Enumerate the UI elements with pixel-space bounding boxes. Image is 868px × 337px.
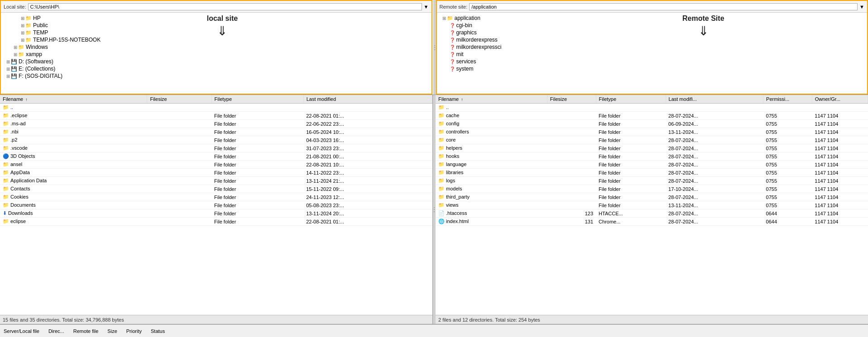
table-row[interactable]: 📁DocumentsFile folder05-08-2023 23:... — [0, 201, 432, 209]
local-site-input[interactable] — [28, 3, 422, 10]
table-row[interactable]: 📁helpersFile folder28-07-2024...07551147… — [436, 144, 868, 152]
local-file-scroll[interactable]: Filename ↑ Filesize Filetype Last modifi… — [0, 95, 432, 315]
folder-file-icon: 📁 — [3, 129, 9, 134]
tree-item[interactable]: ❓ services — [437, 58, 868, 65]
file-size-cell — [147, 209, 211, 218]
tree-item[interactable]: ⊞ 📁 HP — [1, 14, 432, 22]
file-owner-cell: 1147 1104 — [812, 128, 868, 136]
file-size-cell — [147, 177, 211, 185]
expand-icon[interactable]: ⊞ — [6, 66, 10, 71]
file-name-text: core — [446, 137, 456, 142]
table-row[interactable]: 📁cacheFile folder28-07-2024...07551147 1… — [436, 112, 868, 120]
col-header-modified[interactable]: Last modified — [303, 95, 432, 104]
file-name-text: hooks — [446, 153, 459, 159]
table-row[interactable]: 📁languageFile folder28-07-2024...0755114… — [436, 161, 868, 169]
expand-icon[interactable]: ⊞ — [21, 23, 24, 28]
table-row[interactable]: 📁Application DataFile folder13-11-2024 2… — [0, 177, 432, 185]
table-row[interactable]: 📁modelsFile folder17-10-2024...07551147 … — [436, 185, 868, 193]
file-perm-cell: 0755 — [763, 120, 812, 128]
table-row[interactable]: ⬇DownloadsFile folder13-11-2024 20:... — [0, 209, 432, 218]
tree-item[interactable]: ⊞ 💾 E: (Collections) — [1, 65, 432, 72]
tree-item-label: Public — [33, 22, 48, 28]
col-header-filetype[interactable]: Filetype — [596, 95, 666, 104]
col-header-filename[interactable]: Filename ↑ — [0, 95, 147, 104]
tree-item[interactable]: ❓ cgi-bin — [437, 22, 868, 29]
tree-item[interactable]: ❓ mit — [437, 51, 868, 58]
tree-item[interactable]: ⊞ 📁 application — [437, 14, 868, 22]
table-row[interactable]: 📁.vscodeFile folder31-07-2023 23:... — [0, 144, 432, 152]
table-row[interactable]: 📁eclipseFile folder22-08-2021 01:... — [0, 218, 432, 226]
table-row[interactable]: 📁librariesFile folder28-07-2024...075511… — [436, 169, 868, 177]
file-modified-cell — [303, 104, 432, 112]
file-modified-cell: 14-11-2022 23:... — [303, 169, 432, 177]
remote-site-dropdown[interactable]: ▼ — [859, 4, 864, 9]
table-row[interactable]: 📁CookiesFile folder24-11-2023 12:... — [0, 193, 432, 201]
table-row[interactable]: 📄.htaccess123HTACCE...28-07-2024...06441… — [436, 209, 868, 218]
tree-item[interactable]: ⊞ 📁 Public — [1, 22, 432, 29]
table-row[interactable]: 📁.p2File folder04-03-2023 16:... — [0, 136, 432, 144]
file-name-cell: 📁.nbi — [0, 128, 147, 136]
table-row[interactable]: 📁.. — [436, 104, 868, 112]
expand-icon[interactable]: ⊞ — [21, 38, 24, 43]
folder-icon: 📁 — [25, 30, 32, 36]
parent-folder-icon: 📁 — [438, 104, 445, 110]
col-header-modified[interactable]: Last modifi... — [666, 95, 763, 104]
file-name-cell: 📁Contacts — [0, 185, 147, 193]
local-site-dropdown[interactable]: ▼ — [424, 4, 429, 9]
table-row[interactable]: 📁.eclipseFile folder22-08-2021 01:... — [0, 112, 432, 120]
tree-item[interactable]: ⊞ 📁 TEMP.HP-15S-NOTEBOOK — [1, 36, 432, 43]
table-row[interactable]: 📁ContactsFile folder15-11-2022 09:... — [0, 185, 432, 193]
tree-item[interactable]: ❓ milkorderexpressci — [437, 43, 868, 51]
file-name-cell: 📁.. — [0, 104, 147, 112]
col-header-filesize[interactable]: Filesize — [147, 95, 211, 104]
tree-item[interactable]: ⊞ 📁 TEMP — [1, 29, 432, 36]
expand-icon[interactable]: ⊞ — [21, 16, 24, 21]
expand-icon[interactable]: ⊞ — [6, 74, 10, 79]
file-perm-cell: 0755 — [763, 152, 812, 161]
table-row[interactable]: 📁.nbiFile folder16-05-2024 10:... — [0, 128, 432, 136]
tree-item[interactable]: ⊞ 💾 D: (Softwares) — [1, 58, 432, 65]
table-row[interactable]: 📁configFile folder06-09-2024...07551147 … — [436, 120, 868, 128]
table-row[interactable]: 📁.. — [0, 104, 432, 112]
file-type-cell: File folder — [596, 185, 666, 193]
table-row[interactable]: 🔵3D ObjectsFile folder21-08-2021 00:... — [0, 152, 432, 161]
file-name-text: ansel — [10, 161, 22, 167]
table-row[interactable]: 📁hooksFile folder28-07-2024...07551147 1… — [436, 152, 868, 161]
file-size-cell — [147, 201, 211, 209]
col-header-perm[interactable]: Permissi... — [763, 95, 812, 104]
table-row[interactable]: 📁AppDataFile folder14-11-2022 23:... — [0, 169, 432, 177]
file-type-cell: File folder — [211, 185, 303, 193]
expand-icon[interactable]: ⊞ — [442, 16, 446, 21]
col-header-filetype[interactable]: Filetype — [211, 95, 303, 104]
expand-icon[interactable]: ⊞ — [21, 30, 24, 35]
folder-file-icon: 📁 — [3, 170, 9, 175]
table-row[interactable]: 📁anselFile folder22-08-2021 10:... — [0, 161, 432, 169]
expand-icon[interactable]: ⊞ — [14, 45, 17, 50]
remote-file-scroll[interactable]: Filename ↑ Filesize Filetype Last modifi… — [436, 95, 868, 315]
col-header-filename[interactable]: Filename ↑ — [436, 95, 547, 104]
file-modified-cell: 13-11-2024... — [666, 201, 763, 209]
tree-item[interactable]: ❓ graphics — [437, 29, 868, 36]
table-row[interactable]: 📁controllersFile folder13-11-2024...0755… — [436, 128, 868, 136]
table-row[interactable]: 📁.ms-adFile folder22-06-2022 23:... — [0, 120, 432, 128]
col-header-owner[interactable]: Owner/Gr... — [812, 95, 868, 104]
table-row[interactable]: 📁viewsFile folder13-11-2024...07551147 1… — [436, 201, 868, 209]
tree-item[interactable]: ⊞ 📁 xampp — [1, 51, 432, 58]
col-header-filesize[interactable]: Filesize — [547, 95, 596, 104]
table-row[interactable]: 🌐index.html131Chrome...28-07-2024...0644… — [436, 218, 868, 226]
tree-item[interactable]: ⊞ 💾 F: (SOS-DIGITAL) — [1, 72, 432, 80]
expand-icon[interactable]: ⊞ — [14, 52, 17, 57]
tree-item[interactable]: ⊞ 📁 Windows — [1, 43, 432, 51]
tree-item[interactable]: ❓ system — [437, 65, 868, 72]
file-modified-cell — [666, 104, 763, 112]
remote-site-input[interactable] — [469, 3, 858, 10]
file-size-cell — [547, 152, 596, 161]
tree-item[interactable]: ❓ milkorderexpress — [437, 36, 868, 43]
file-size-cell — [547, 144, 596, 152]
expand-icon[interactable]: ⊞ — [6, 59, 10, 64]
table-row[interactable]: 📁third_partyFile folder28-07-2024...0755… — [436, 193, 868, 201]
file-name-cell: 📁language — [436, 161, 547, 169]
table-row[interactable]: 📁coreFile folder28-07-2024...07551147 11… — [436, 136, 868, 144]
file-modified-cell: 13-11-2024 20:... — [303, 209, 432, 218]
table-row[interactable]: 📁logsFile folder28-07-2024...07551147 11… — [436, 177, 868, 185]
